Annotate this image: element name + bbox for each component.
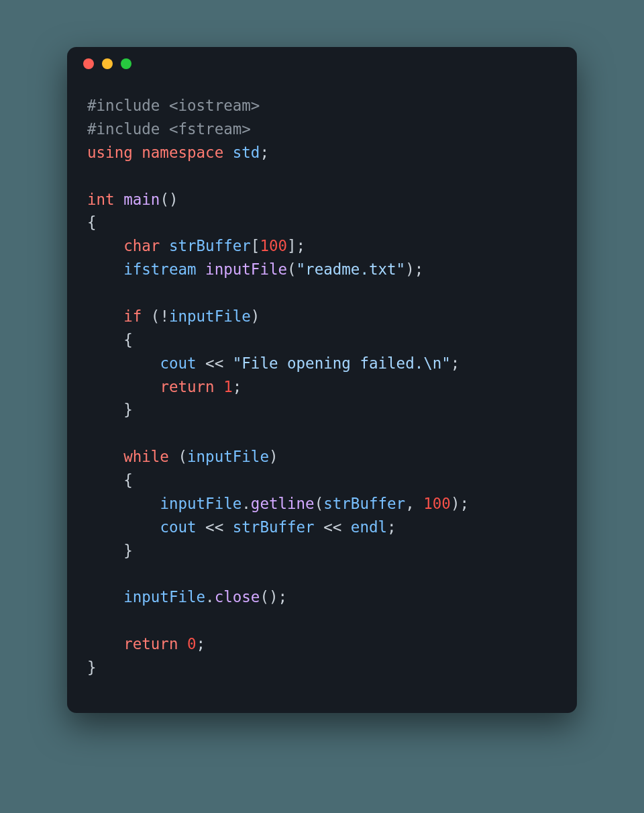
minimize-icon[interactable] [102, 58, 113, 69]
paren-close: ) [451, 495, 460, 512]
operator-not: ! [160, 307, 169, 325]
number-literal: 1 [223, 378, 233, 395]
identifier-strbuffer: strBuffer [323, 495, 405, 512]
keyword-if: if [123, 307, 142, 325]
identifier-inputfile: inputFile [187, 448, 269, 465]
operator-lshift: << [205, 518, 223, 536]
method-getline: getline [251, 495, 315, 512]
parens: () [160, 191, 178, 208]
preprocessor-line: #include <iostream> [87, 97, 260, 114]
identifier-endl: endl [351, 518, 387, 536]
brace-close: } [123, 401, 133, 418]
bracket-open: [ [251, 237, 260, 254]
keyword-while: while [123, 448, 169, 465]
identifier-inputfile: inputFile [160, 495, 241, 512]
semicolon: ; [278, 588, 287, 606]
number-literal: 0 [187, 635, 197, 653]
paren-close: ) [405, 260, 415, 278]
function-main: main [123, 191, 160, 208]
paren-close: ) [251, 307, 260, 325]
comma: , [405, 495, 415, 512]
bracket-close: ] [287, 237, 297, 254]
paren-open: ( [178, 448, 187, 465]
window-titlebar [67, 47, 577, 81]
number-literal: 100 [260, 237, 287, 254]
semicolon: ; [297, 237, 306, 254]
identifier-inputfile: inputFile [205, 260, 287, 278]
semicolon: ; [233, 378, 242, 395]
keyword-namespace: namespace [142, 144, 223, 161]
brace-close: } [123, 542, 133, 559]
identifier-strbuffer: strBuffer [233, 518, 315, 536]
keyword-return: return [123, 635, 178, 653]
paren-open: ( [287, 260, 297, 278]
keyword-int: int [87, 191, 115, 208]
identifier-inputfile: inputFile [123, 588, 205, 606]
keyword-using: using [87, 144, 133, 161]
brace-close: } [87, 659, 97, 676]
paren-close: ) [269, 448, 278, 465]
paren-open: ( [315, 495, 324, 512]
parens: () [260, 588, 278, 606]
semicolon: ; [260, 144, 269, 161]
operator-lshift: << [205, 354, 223, 372]
semicolon: ; [387, 518, 396, 536]
identifier-inputfile: inputFile [169, 307, 251, 325]
maximize-icon[interactable] [121, 58, 131, 69]
string-literal: "File opening failed.\n" [233, 354, 451, 372]
dot-operator: . [241, 495, 251, 512]
brace-open: { [123, 471, 133, 489]
operator-lshift: << [323, 518, 341, 536]
brace-open: { [87, 213, 97, 231]
keyword-return: return [160, 378, 214, 395]
semicolon: ; [415, 260, 424, 278]
semicolon: ; [460, 495, 469, 512]
brace-open: { [123, 331, 133, 348]
string-literal: "readme.txt" [297, 260, 406, 278]
identifier-cout: cout [160, 354, 196, 372]
code-window: #include <iostream> #include <fstream> u… [67, 47, 577, 713]
close-icon[interactable] [83, 58, 94, 69]
identifier-cout: cout [160, 518, 196, 536]
type-ifstream: ifstream [123, 260, 196, 278]
identifier-strbuffer: strBuffer [169, 237, 251, 254]
dot-operator: . [205, 588, 215, 606]
code-editor[interactable]: #include <iostream> #include <fstream> u… [67, 81, 577, 693]
identifier-std: std [233, 144, 260, 161]
semicolon: ; [451, 354, 460, 372]
semicolon: ; [197, 635, 206, 653]
keyword-char: char [123, 237, 160, 254]
method-close: close [215, 588, 260, 606]
preprocessor-line: #include <fstream> [87, 120, 251, 138]
number-literal: 100 [423, 495, 451, 512]
paren-open: ( [151, 307, 160, 325]
